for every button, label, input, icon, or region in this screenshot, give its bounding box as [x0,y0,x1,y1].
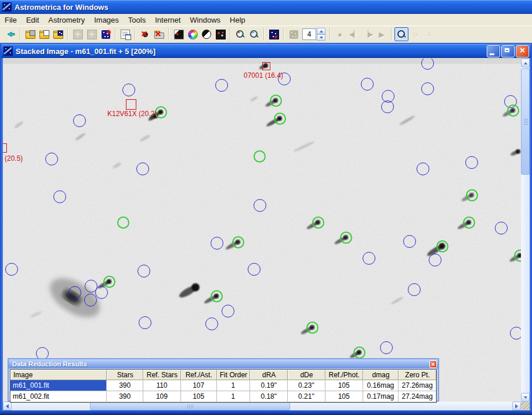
close-button[interactable] [516,45,529,57]
zoom-out-button[interactable]: − [247,27,261,41]
green-circle-marker[interactable] [463,216,475,229]
value-cell[interactable]: 390 [107,380,143,391]
open-image-button[interactable] [23,27,37,41]
green-circle-marker[interactable] [211,290,223,302]
column-header[interactable]: Fit Order [217,370,251,380]
value-cell[interactable]: 390 [107,391,143,402]
menu-item-help[interactable]: Help [225,15,250,26]
blink-sequence-button[interactable] [287,27,301,41]
menu-item-edit[interactable]: Edit [21,15,44,26]
blue-circle-marker[interactable] [363,252,375,265]
record-button[interactable]: ● [333,27,347,41]
spin-down-button[interactable] [317,34,325,41]
column-header[interactable]: dDe [288,370,325,380]
menu-item-astrometry[interactable]: Astrometry [44,15,89,26]
stacked-image-titlebar[interactable]: Stacked Image - m61_001.fit + 5 [200%] [1,44,531,58]
spin-up-button[interactable] [317,28,325,34]
maximize-button[interactable] [501,45,515,57]
titlebar[interactable]: Astrometrica for Windows [0,0,532,14]
report-button[interactable] [118,27,132,41]
star-chart-button[interactable] [267,27,281,41]
menu-item-windows[interactable]: Windows [185,15,225,26]
column-header[interactable]: dmag [363,370,399,380]
object-marker-square[interactable] [3,143,7,153]
horizontal-scroll-thumb[interactable] [90,402,290,410]
image-canvas[interactable]: 07001 (16.4)K12V61X (20.2)(20.5) [3,59,521,402]
green-circle-marker[interactable] [340,232,352,244]
column-header[interactable]: Ref. Stars [143,370,181,380]
image-name-cell[interactable]: m61_001.fit [10,380,107,391]
column-header[interactable]: Image [10,370,107,380]
value-cell[interactable]: 0.17mag [363,391,399,402]
invert-button[interactable] [200,27,213,41]
green-circle-marker[interactable] [270,95,282,107]
blue-circle-marker[interactable] [421,59,434,70]
value-cell[interactable]: 1 [217,380,251,391]
blue-circle-marker[interactable] [408,283,421,296]
blue-circle-marker[interactable] [136,163,149,175]
value-cell[interactable]: 0.21" [288,391,325,402]
delete-object-button[interactable]: ✕ [138,27,152,41]
step-back-button[interactable]: ◀▏ [347,27,361,41]
column-header[interactable]: Zero Pt. [399,370,436,380]
blink-button[interactable] [213,27,227,41]
object-marker-square[interactable] [262,62,270,70]
value-cell[interactable]: 0.23" [288,380,325,391]
blue-circle-marker[interactable] [5,263,18,276]
scroll-right-button[interactable] [512,402,521,410]
value-cell[interactable]: 105 [325,380,363,391]
blue-circle-marker[interactable] [510,327,521,340]
value-cell[interactable]: 105 [325,391,363,402]
blue-circle-marker[interactable] [495,222,508,234]
blue-circle-marker[interactable] [211,237,223,250]
value-cell[interactable]: 27.24mag [399,391,436,402]
delete-file-button[interactable]: ✕ [152,27,166,41]
tool-disabled-button[interactable]: ⁘ [422,27,436,41]
blue-circle-marker[interactable] [403,235,416,248]
menu-item-tools[interactable]: Tools [124,15,150,26]
play-button[interactable]: ▶ [375,27,389,41]
vertical-scrollbar[interactable] [521,59,530,402]
value-cell[interactable]: 0.19" [250,380,288,391]
minimize-button[interactable] [487,45,500,57]
frame-number-input[interactable]: 4 [302,28,316,40]
close-icon[interactable]: ✕ [429,360,437,368]
value-cell[interactable]: 105 [181,391,217,402]
blue-circle-marker[interactable] [254,199,266,212]
blue-circle-marker[interactable] [95,286,108,299]
green-circle-marker[interactable] [117,216,129,229]
tool-disabled-button[interactable]: ○ [408,27,422,41]
blue-circle-marker[interactable] [84,294,97,306]
green-circle-marker[interactable] [232,236,244,248]
vertical-scroll-thumb[interactable] [521,68,530,175]
blue-circle-marker[interactable] [73,114,86,127]
blue-circle-marker[interactable] [429,254,441,266]
blue-circle-marker[interactable] [465,156,478,169]
known-object-button[interactable] [85,27,99,41]
blue-circle-marker[interactable] [248,263,260,276]
value-cell[interactable]: 109 [143,391,181,402]
value-cell[interactable]: 107 [181,380,217,391]
blue-circle-marker[interactable] [361,78,374,91]
value-cell[interactable]: 0.16mag [363,380,399,391]
blue-circle-marker[interactable] [122,84,135,96]
magnify-tool-button[interactable] [395,27,408,41]
blue-circle-marker[interactable] [421,82,434,95]
blue-circle-marker[interactable] [68,286,81,299]
blue-circle-marker[interactable] [139,316,151,329]
menu-item-internet[interactable]: Internet [150,15,185,26]
green-circle-marker[interactable] [436,240,448,252]
menu-item-images[interactable]: Images [89,15,124,26]
column-header[interactable]: Ref./Phot. [325,370,363,380]
blue-circle-marker[interactable] [380,341,393,354]
green-circle-marker[interactable] [466,189,478,201]
scroll-down-button[interactable] [521,393,530,402]
blue-circle-marker[interactable] [45,153,58,165]
value-cell[interactable]: 110 [143,380,181,391]
zoom-in-button[interactable]: + [233,27,247,41]
color-palette-button[interactable] [186,27,200,41]
blue-circle-marker[interactable] [215,79,228,92]
value-cell[interactable]: 0.18" [250,391,288,402]
open-compare-button[interactable] [37,27,51,41]
green-circle-marker[interactable] [306,322,319,334]
